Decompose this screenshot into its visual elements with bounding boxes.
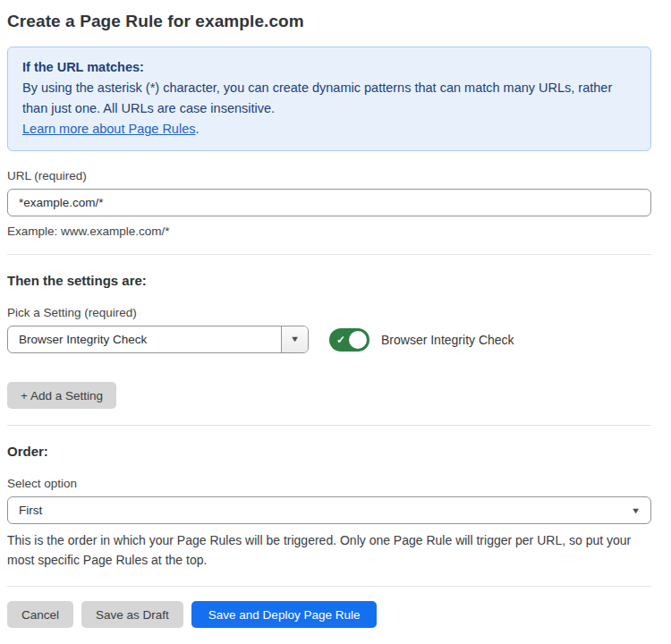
order-select[interactable]: First ▼ — [7, 496, 651, 524]
toggle-label: Browser Integrity Check — [381, 333, 514, 347]
url-input[interactable] — [7, 189, 651, 216]
order-section-heading: Order: — [7, 444, 651, 459]
divider — [7, 586, 651, 587]
page-title: Create a Page Rule for example.com — [7, 12, 651, 31]
chevron-down-icon: ▼ — [290, 335, 300, 343]
setting-picker-label: Pick a Setting (required) — [7, 306, 651, 319]
setting-dropdown-value: Browser Integrity Check — [8, 326, 281, 352]
url-match-info-box: If the URL matches: By using the asteris… — [7, 47, 651, 151]
order-select-label: Select option — [7, 477, 651, 490]
add-setting-button[interactable]: + Add a Setting — [7, 382, 116, 409]
setting-dropdown-arrow-button[interactable]: ▼ — [281, 326, 308, 352]
divider — [7, 425, 651, 426]
info-box-heading: If the URL matches: — [22, 57, 636, 78]
link-suffix: . — [195, 122, 199, 136]
info-box-link-line: Learn more about Page Rules. — [22, 119, 636, 140]
browser-integrity-check-toggle[interactable]: ✓ — [329, 328, 369, 352]
page-rule-form: Create a Page Rule for example.com If th… — [0, 0, 671, 628]
chevron-down-icon: ▼ — [631, 506, 641, 514]
save-as-draft-button[interactable]: Save as Draft — [81, 601, 183, 628]
cancel-button[interactable]: Cancel — [7, 601, 73, 628]
toggle-knob — [349, 331, 367, 349]
order-help-text: This is the order in which your Page Rul… — [7, 530, 651, 570]
divider — [7, 254, 651, 255]
settings-section-heading: Then the settings are: — [7, 273, 651, 288]
setting-row: Browser Integrity Check ▼ ✓ Browser Inte… — [7, 326, 651, 353]
save-and-deploy-button[interactable]: Save and Deploy Page Rule — [191, 601, 378, 628]
setting-dropdown[interactable]: Browser Integrity Check ▼ — [7, 326, 309, 353]
info-box-body: By using the asterisk (*) character, you… — [22, 78, 636, 119]
check-icon: ✓ — [336, 335, 345, 345]
url-field-label: URL (required) — [7, 169, 651, 182]
footer-actions: Cancel Save as Draft Save and Deploy Pag… — [7, 601, 651, 628]
learn-more-link[interactable]: Learn more about Page Rules — [22, 122, 195, 136]
url-example-text: Example: www.example.com/* — [7, 225, 651, 238]
order-select-value: First — [19, 504, 42, 517]
